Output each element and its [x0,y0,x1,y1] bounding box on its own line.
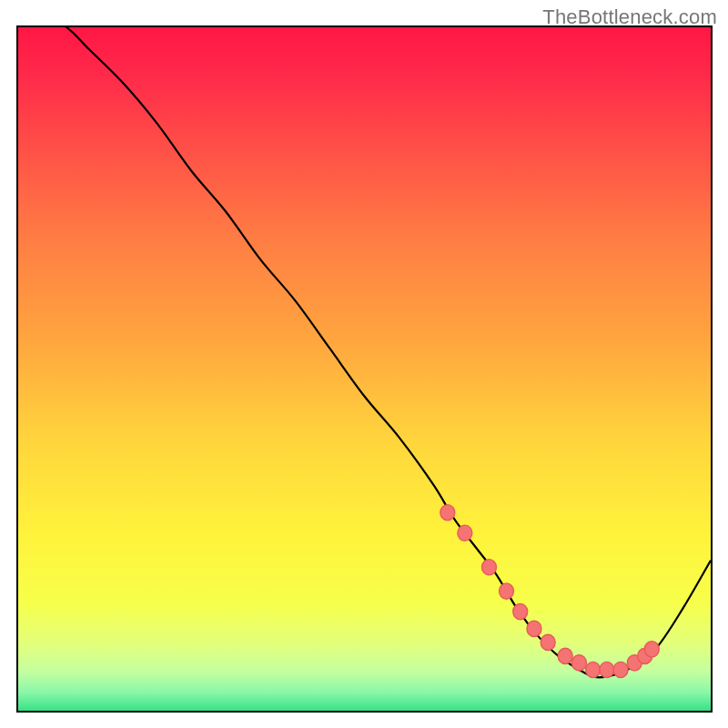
bottleneck-marker [481,560,496,575]
bottleneck-marker [558,648,572,663]
bottleneck-marker [513,603,528,619]
bottleneck-curve [18,27,711,677]
bottleneck-marker [586,662,601,677]
bottleneck-marker [600,662,614,677]
bottleneck-marker-group [440,505,659,678]
chart-area [16,25,713,713]
bottleneck-marker [500,583,514,599]
bottleneck-marker [613,662,628,677]
bottleneck-marker [458,525,472,541]
bottleneck-marker [644,642,659,657]
bottleneck-marker [571,655,586,671]
chart-overlay [18,27,711,711]
bottleneck-marker [440,505,455,521]
bottleneck-marker [527,621,541,636]
bottleneck-marker [541,634,555,650]
